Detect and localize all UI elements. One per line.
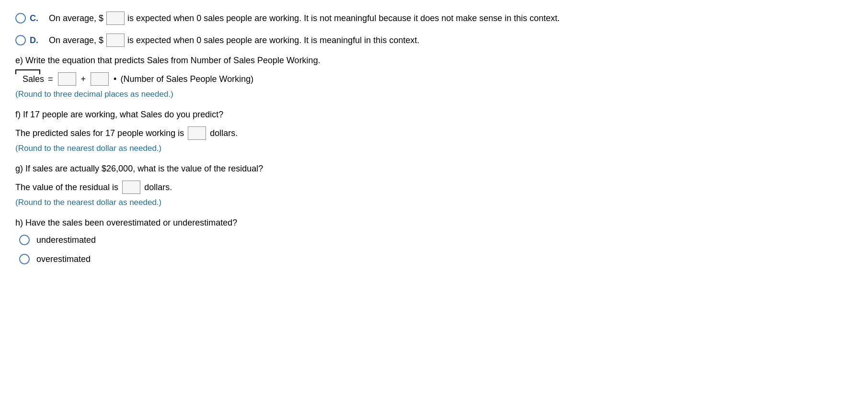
section-h-option2-label: overestimated: [36, 254, 91, 264]
section-g-hint: (Round to the nearest dollar as needed.): [15, 198, 853, 207]
option-c-label: C.: [30, 13, 43, 23]
section-e-input1[interactable]: [58, 72, 76, 86]
plus-sign: +: [81, 74, 86, 84]
section-e-input2[interactable]: [91, 72, 109, 86]
option-d-text-before: On average, $: [49, 35, 103, 45]
section-e-heading: e) Write the equation that predicts Sale…: [15, 56, 853, 66]
option-c-text-before: On average, $: [49, 13, 103, 23]
option-c-row: C. On average, $ is expected when 0 sale…: [15, 11, 853, 25]
option-d-label: D.: [30, 35, 43, 45]
option-d-text: On average, $ is expected when 0 sales p…: [49, 34, 419, 47]
section-g-input[interactable]: [122, 181, 140, 194]
section-f-text-before: The predicted sales for 17 people workin…: [15, 128, 184, 138]
section-e-hint: (Round to three decimal places as needed…: [15, 90, 853, 99]
section-g: g) If sales are actually $26,000, what i…: [15, 164, 853, 207]
section-h-option1-row: underestimated: [19, 235, 853, 245]
option-d-row: D. On average, $ is expected when 0 sale…: [15, 34, 853, 47]
section-h: h) Have the sales been overestimated or …: [15, 218, 853, 264]
section-g-text-after: dollars.: [144, 182, 172, 193]
equals-sign: =: [48, 74, 53, 84]
section-f: f) If 17 people are working, what Sales …: [15, 110, 853, 153]
section-f-hint: (Round to the nearest dollar as needed.): [15, 144, 853, 153]
option-d-radio[interactable]: [15, 35, 26, 45]
section-h-option1-label: underestimated: [36, 235, 96, 245]
option-c-text-after: is expected when 0 sales people are work…: [127, 13, 560, 23]
section-f-heading: f) If 17 people are working, what Sales …: [15, 110, 853, 120]
section-h-radio2[interactable]: [19, 254, 30, 264]
equation-row: Sales = + • (Number of Sales People Work…: [15, 72, 853, 86]
section-h-heading: h) Have the sales been overestimated or …: [15, 218, 853, 228]
option-d-text-after: is expected when 0 sales people are work…: [127, 35, 419, 45]
dot-sign: •: [114, 74, 116, 84]
section-g-heading: g) If sales are actually $26,000, what i…: [15, 164, 853, 174]
section-h-option2-row: overestimated: [19, 254, 853, 264]
section-f-text-after: dollars.: [210, 128, 238, 138]
option-c-text: On average, $ is expected when 0 sales p…: [49, 11, 560, 25]
option-c-radio[interactable]: [15, 13, 26, 23]
option-d-input[interactable]: [106, 34, 125, 47]
section-f-input[interactable]: [188, 126, 206, 140]
sales-hat-label: Sales: [15, 74, 44, 84]
section-g-answer-row: The value of the residual is dollars.: [15, 181, 853, 194]
section-g-text-before: The value of the residual is: [15, 182, 118, 193]
section-e-suffix: (Number of Sales People Working): [120, 74, 253, 84]
section-e: e) Write the equation that predicts Sale…: [15, 56, 853, 99]
section-h-radio1[interactable]: [19, 235, 30, 245]
section-f-answer-row: The predicted sales for 17 people workin…: [15, 126, 853, 140]
option-c-input[interactable]: [106, 11, 125, 25]
